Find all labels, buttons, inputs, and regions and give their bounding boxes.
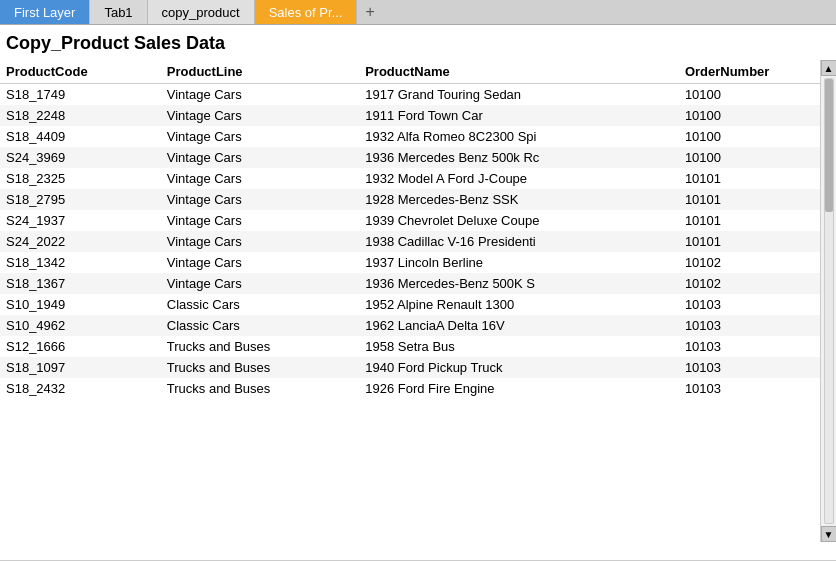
cell-productcode: S18_2325	[0, 168, 161, 189]
cell-ordernumber: 10100	[679, 126, 836, 147]
cell-productline: Vintage Cars	[161, 147, 359, 168]
cell-productname: 1936 Mercedes-Benz 500K S	[359, 273, 679, 294]
cell-productline: Trucks and Buses	[161, 336, 359, 357]
table-row: S18_1342Vintage Cars1937 Lincoln Berline…	[0, 252, 836, 273]
cell-productname: 1952 Alpine Renault 1300	[359, 294, 679, 315]
cell-productline: Vintage Cars	[161, 252, 359, 273]
cell-productline: Trucks and Buses	[161, 357, 359, 378]
add-tab-icon: +	[365, 3, 374, 21]
cell-productcode: S18_4409	[0, 126, 161, 147]
scroll-down-button[interactable]: ▼	[821, 526, 837, 542]
cell-productcode: S18_2432	[0, 378, 161, 399]
cell-ordernumber: 10101	[679, 210, 836, 231]
table-row: S24_1937Vintage Cars1939 Chevrolet Delux…	[0, 210, 836, 231]
cell-productcode: S10_4962	[0, 315, 161, 336]
table-row: S18_2248Vintage Cars1911 Ford Town Car10…	[0, 105, 836, 126]
cell-productcode: S18_1342	[0, 252, 161, 273]
cell-productcode: S12_1666	[0, 336, 161, 357]
cell-productline: Vintage Cars	[161, 189, 359, 210]
cell-ordernumber: 10100	[679, 147, 836, 168]
tab-tab1-label: Tab1	[104, 5, 132, 20]
data-table: ProductCode ProductLine ProductName Orde…	[0, 60, 836, 399]
table-row: S18_2795Vintage Cars1928 Mercedes-Benz S…	[0, 189, 836, 210]
table-row: S18_1367Vintage Cars1936 Mercedes-Benz 5…	[0, 273, 836, 294]
cell-productname: 1917 Grand Touring Sedan	[359, 84, 679, 106]
cell-ordernumber: 10100	[679, 84, 836, 106]
cell-productname: 1938 Cadillac V-16 Presidenti	[359, 231, 679, 252]
cell-ordernumber: 10101	[679, 168, 836, 189]
cell-productname: 1958 Setra Bus	[359, 336, 679, 357]
cell-productname: 1926 Ford Fire Engine	[359, 378, 679, 399]
cell-productcode: S18_1367	[0, 273, 161, 294]
table-row: S18_1749Vintage Cars1917 Grand Touring S…	[0, 84, 836, 106]
vertical-scroll-track[interactable]	[824, 78, 834, 524]
cell-productline: Trucks and Buses	[161, 378, 359, 399]
table-row: S12_1666Trucks and Buses1958 Setra Bus10…	[0, 336, 836, 357]
cell-productname: 1939 Chevrolet Deluxe Coupe	[359, 210, 679, 231]
cell-ordernumber: 10103	[679, 378, 836, 399]
cell-ordernumber: 10103	[679, 336, 836, 357]
page-title: Copy_Product Sales Data	[0, 25, 836, 60]
cell-productname: 1937 Lincoln Berline	[359, 252, 679, 273]
cell-productline: Classic Cars	[161, 294, 359, 315]
table-row: S18_1097Trucks and Buses1940 Ford Pickup…	[0, 357, 836, 378]
tab-first-layer[interactable]: First Layer	[0, 0, 90, 24]
cell-ordernumber: 10101	[679, 189, 836, 210]
cell-productline: Vintage Cars	[161, 210, 359, 231]
add-tab-button[interactable]: +	[357, 0, 382, 24]
cell-productname: 1932 Model A Ford J-Coupe	[359, 168, 679, 189]
scroll-up-button[interactable]: ▲	[821, 60, 837, 76]
tab-sales-of-pr-label: Sales of Pr...	[269, 5, 343, 20]
cell-ordernumber: 10102	[679, 273, 836, 294]
table-row: S18_2432Trucks and Buses1926 Ford Fire E…	[0, 378, 836, 399]
cell-productname: 1962 LanciaA Delta 16V	[359, 315, 679, 336]
col-header-ordernumber: OrderNumber	[679, 60, 836, 84]
cell-ordernumber: 10103	[679, 315, 836, 336]
cell-productline: Classic Cars	[161, 315, 359, 336]
cell-productcode: S24_2022	[0, 231, 161, 252]
data-table-container[interactable]: ProductCode ProductLine ProductName Orde…	[0, 60, 836, 560]
tab-copy-product[interactable]: copy_product	[148, 0, 255, 24]
tab-sales-of-pr[interactable]: Sales of Pr...	[255, 0, 358, 24]
table-row: S24_3969Vintage Cars1936 Mercedes Benz 5…	[0, 147, 836, 168]
cell-productline: Vintage Cars	[161, 168, 359, 189]
col-header-productname: ProductName	[359, 60, 679, 84]
table-row: S24_2022Vintage Cars1938 Cadillac V-16 P…	[0, 231, 836, 252]
tab-first-layer-label: First Layer	[14, 5, 75, 20]
table-row: S18_2325Vintage Cars1932 Model A Ford J-…	[0, 168, 836, 189]
cell-productname: 1940 Ford Pickup Truck	[359, 357, 679, 378]
table-row: S10_1949Classic Cars1952 Alpine Renault …	[0, 294, 836, 315]
cell-ordernumber: 10100	[679, 105, 836, 126]
cell-productcode: S24_1937	[0, 210, 161, 231]
vertical-scroll-thumb[interactable]	[825, 79, 833, 212]
cell-productname: 1928 Mercedes-Benz SSK	[359, 189, 679, 210]
table-row: S18_4409Vintage Cars1932 Alfa Romeo 8C23…	[0, 126, 836, 147]
cell-productcode: S10_1949	[0, 294, 161, 315]
tab-bar: First Layer Tab1 copy_product Sales of P…	[0, 0, 836, 25]
cell-productline: Vintage Cars	[161, 105, 359, 126]
cell-ordernumber: 10101	[679, 231, 836, 252]
cell-productline: Vintage Cars	[161, 273, 359, 294]
col-header-productcode: ProductCode	[0, 60, 161, 84]
table-row: S10_4962Classic Cars1962 LanciaA Delta 1…	[0, 315, 836, 336]
cell-productline: Vintage Cars	[161, 84, 359, 106]
cell-productline: Vintage Cars	[161, 231, 359, 252]
tab-tab1[interactable]: Tab1	[90, 0, 147, 24]
cell-productcode: S18_1749	[0, 84, 161, 106]
cell-ordernumber: 10102	[679, 252, 836, 273]
cell-productname: 1932 Alfa Romeo 8C2300 Spi	[359, 126, 679, 147]
cell-ordernumber: 10103	[679, 294, 836, 315]
vertical-scrollbar[interactable]: ▲ ▼	[820, 60, 836, 542]
cell-ordernumber: 10103	[679, 357, 836, 378]
table-header-row: ProductCode ProductLine ProductName Orde…	[0, 60, 836, 84]
tab-copy-product-label: copy_product	[162, 5, 240, 20]
cell-productcode: S18_1097	[0, 357, 161, 378]
cell-productcode: S18_2795	[0, 189, 161, 210]
cell-productcode: S18_2248	[0, 105, 161, 126]
cell-productname: 1911 Ford Town Car	[359, 105, 679, 126]
cell-productname: 1936 Mercedes Benz 500k Rc	[359, 147, 679, 168]
cell-productcode: S24_3969	[0, 147, 161, 168]
cell-productline: Vintage Cars	[161, 126, 359, 147]
col-header-productline: ProductLine	[161, 60, 359, 84]
